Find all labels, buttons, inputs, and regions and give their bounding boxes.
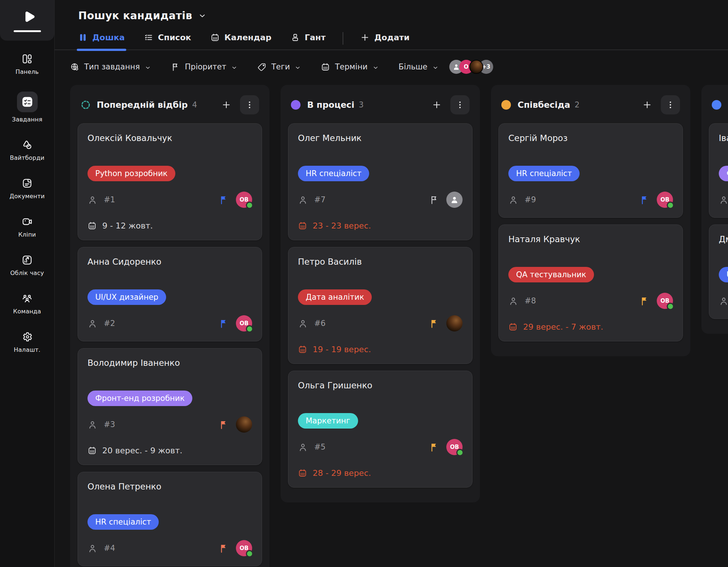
kanban-card[interactable]: Сергій МорозHR спеціаліст#9ОВ <box>498 123 683 218</box>
filter-priority[interactable]: Пріоритет <box>171 62 237 72</box>
flag-icon[interactable] <box>429 195 439 205</box>
view-tabs: ДошкаСписокКалендарГантДодати <box>55 33 728 50</box>
kanban-card[interactable]: ДмU <box>709 224 728 319</box>
sidebar-item-label: Налашт. <box>14 346 40 353</box>
due-date-text: 20 верес. - 9 жовт. <box>102 446 182 455</box>
column-menu-button[interactable] <box>450 95 470 114</box>
person-icon <box>719 195 728 205</box>
avatar[interactable]: ОВ <box>446 439 463 455</box>
avatar[interactable]: ОВ <box>657 192 673 208</box>
whiteboards-icon <box>21 139 33 151</box>
tab-calendar[interactable]: Календар <box>210 33 271 49</box>
kanban-card[interactable]: Наталя КравчукQA тестувальник#8ОВ29 вере… <box>498 224 683 341</box>
avatar[interactable] <box>446 315 463 331</box>
due-date: 28 - 29 верес. <box>298 468 463 478</box>
avatar[interactable] <box>236 416 252 433</box>
chevron-down-icon[interactable] <box>198 12 206 20</box>
kanban-card[interactable]: Ольга ГришенкоМаркетинг#5ОВ28 - 29 верес… <box>288 371 473 488</box>
flag-icon[interactable] <box>640 296 650 306</box>
tab-gantt[interactable]: Гант <box>291 33 326 49</box>
sidebar-item-label: Команда <box>13 308 41 315</box>
sidebar-item-label: Документи <box>10 193 45 200</box>
sidebar-item-settings[interactable]: Налашт. <box>0 331 54 353</box>
kanban-card[interactable]: Володимир ІваненкоФронт-енд розробник#32… <box>78 348 262 465</box>
sidebar-nav: ПанельЗавданняВайтбордиДокументиКліпиОбл… <box>0 53 54 370</box>
due-date-text: 9 - 12 жовт. <box>102 221 153 230</box>
role-tag: Маркетинг <box>298 413 358 429</box>
column-title: Попередній відбір <box>97 100 188 110</box>
flag-icon[interactable] <box>429 442 439 452</box>
column-menu-button[interactable] <box>240 95 259 114</box>
add-card-button[interactable] <box>222 100 231 110</box>
tab-label: Дошка <box>92 33 125 42</box>
filter-task-type[interactable]: Тип завдання <box>70 62 151 72</box>
sidebar-item-label: Панель <box>16 68 39 75</box>
kanban-card[interactable]: Анна СидоренкоUI/UX дизайнер#2ОВ <box>78 247 262 341</box>
person-icon <box>298 195 308 205</box>
flag-icon[interactable] <box>219 420 229 430</box>
role-tag: U <box>719 267 728 282</box>
column-count: 3 <box>359 100 364 109</box>
sidebar-item-label: Завдання <box>12 116 42 123</box>
tab-add[interactable]: Додати <box>360 33 410 49</box>
sidebar-item-label: Облік часу <box>10 269 44 276</box>
add-card-button[interactable] <box>642 100 652 110</box>
card-meta-row: #4ОВ <box>87 540 252 556</box>
chevron-down-icon <box>432 64 439 70</box>
column-header <box>709 93 728 123</box>
card-id: #2 <box>104 319 115 328</box>
chevron-down-icon <box>295 64 301 70</box>
card-title: Наталя Кравчук <box>508 234 673 244</box>
sidebar-item-whiteboards[interactable]: Вайтборди <box>0 139 54 161</box>
card-title: Олексій Ковальчук <box>87 133 252 143</box>
main-area: Пошук кандидатів ДошкаСписокКалендарГант… <box>55 0 728 567</box>
avatar-stack[interactable]: О+3 <box>453 60 493 74</box>
card-meta-row: #2ОВ <box>87 315 252 331</box>
kanban-card[interactable]: ІваФ <box>709 123 728 218</box>
kanban-card[interactable]: Олег МельникHR спеціаліст#723 - 23 верес… <box>288 123 473 240</box>
settings-icon <box>21 331 33 343</box>
due-date: 23 - 23 верес. <box>298 221 463 230</box>
flag-icon[interactable] <box>429 319 439 329</box>
filter-label: Теги <box>271 62 290 71</box>
kanban-card[interactable]: Петро ВасилівДата аналітик#619 - 19 вере… <box>288 247 473 364</box>
flag-icon[interactable] <box>219 319 229 329</box>
presence-dot <box>246 202 253 209</box>
play-logo-icon <box>20 9 37 26</box>
sidebar-item-documents[interactable]: Документи <box>0 178 54 200</box>
avatar[interactable]: ОВ <box>236 192 252 208</box>
kanban-card[interactable]: Олексій КовальчукPython розробник#1ОВ9 -… <box>78 123 262 240</box>
tab-board[interactable]: Дошка <box>78 33 125 49</box>
presence-dot <box>667 303 674 310</box>
add-card-button[interactable] <box>432 100 442 110</box>
filter-more[interactable]: Більше <box>399 62 439 71</box>
card-meta-right <box>429 315 463 331</box>
tab-list[interactable]: Список <box>144 33 191 49</box>
avatar[interactable] <box>469 60 483 74</box>
flag-icon[interactable] <box>219 543 229 553</box>
documents-icon <box>21 178 33 189</box>
filter-tags[interactable]: Теги <box>257 62 301 72</box>
calendar-icon <box>298 221 307 230</box>
sidebar-item-tasks[interactable]: Завдання <box>0 92 54 123</box>
role-tag: HR спеціаліст <box>508 166 580 181</box>
card-title: Ольга Гришенко <box>298 381 463 390</box>
card-meta-row <box>719 293 728 309</box>
sidebar-item-clips[interactable]: Кліпи <box>0 216 54 238</box>
avatar[interactable]: ОВ <box>236 540 252 556</box>
flag-icon[interactable] <box>640 195 650 205</box>
avatar[interactable] <box>446 192 463 208</box>
flag-icon[interactable] <box>219 195 229 205</box>
sidebar-item-team[interactable]: Команда <box>0 293 54 315</box>
avatar[interactable]: ОВ <box>236 315 252 331</box>
filter-due-dates[interactable]: Терміни <box>321 62 378 72</box>
card-id: #9 <box>525 195 536 204</box>
sidebar-item-time-tracking[interactable]: Облік часу <box>0 254 54 276</box>
app-logo[interactable] <box>0 0 54 41</box>
card-id: #1 <box>104 195 115 204</box>
column-menu-button[interactable] <box>661 95 680 114</box>
kanban-card[interactable]: Олена ПетренкоHR спеціаліст#4ОВ <box>78 472 262 566</box>
avatar[interactable]: ОВ <box>657 293 673 309</box>
team-icon <box>21 293 33 304</box>
sidebar-item-panel[interactable]: Панель <box>0 53 54 75</box>
